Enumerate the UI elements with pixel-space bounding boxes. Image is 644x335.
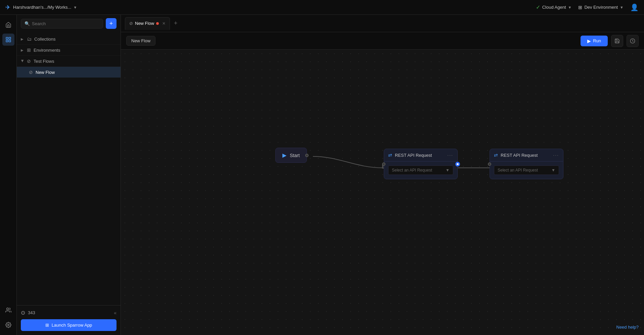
topbar-right: ✓ Cloud Agent ▼ ⊞ Dev Environment ▼ 👤 [536,3,639,11]
environments-label: Environments [34,48,60,53]
tab-add-button[interactable]: + [171,18,180,28]
api1-dropdown-icon: ▼ [446,168,450,173]
api-node-1[interactable]: ⇄ REST API Request ··· Select an API Req… [384,149,458,179]
run-play-icon: ▶ [587,38,591,44]
sidebar-item-environments[interactable]: ▶ ⊞ Environments [17,45,121,56]
env-stack-icon: ⊞ [578,5,582,10]
api2-input-connector[interactable] [488,162,491,166]
api1-output-connector[interactable] [455,162,460,166]
collections-label: Collections [34,37,56,42]
api1-input-connector[interactable] [382,162,385,166]
rail-settings-icon[interactable] [2,319,14,331]
api1-connector-dot [457,163,459,165]
agent-selector[interactable]: ✓ Cloud Agent ▼ [536,4,572,10]
environments-stack-icon: ⊞ [27,47,31,53]
search-input[interactable] [32,21,99,26]
api2-menu-button[interactable]: ··· [553,152,559,158]
main-layout: 🔍 + ▶ 🗂 Collections ▶ ⊞ Environments ▶ ⊘ [0,15,644,335]
rail-flows-icon[interactable] [2,34,14,46]
environments-chevron-icon: ▶ [21,48,24,52]
tab-close-button[interactable]: ✕ [162,21,166,26]
topbar: ✈ Harshvardhan's.../My Works... ▼ ✓ Clou… [0,0,644,15]
flow-name-text: New Flow [131,38,150,43]
env-selector[interactable]: ⊞ Dev Environment ▼ [578,5,624,10]
sidebar-bottom: ⊙ 343 « ⊞ Launch Sparrow App [17,305,121,335]
start-output-connector[interactable] [305,154,309,157]
svg-rect-2 [9,40,10,42]
svg-rect-0 [6,37,8,39]
tab-bar: ⊘ New Flow ✕ + [121,15,644,32]
icon-rail [0,15,17,335]
sidebar: 🔍 + ▶ 🗂 Collections ▶ ⊞ Environments ▶ ⊘ [17,15,121,335]
api1-body: Select an API Request ▼ [384,161,457,179]
api2-placeholder: Select an API Request [498,168,538,173]
save-icon-button[interactable] [611,35,623,47]
test-flows-chevron-icon: ▶ [21,59,25,63]
sidebar-search-area: 🔍 + [17,15,121,32]
svg-point-4 [6,308,8,310]
api2-title: REST API Request [501,153,538,158]
search-icon: 🔍 [25,21,30,26]
api1-title-row: ⇄ REST API Request [388,152,432,158]
workspace-name: Harshvardhan's.../My Works... [13,5,71,10]
github-row[interactable]: ⊙ 343 [21,309,35,316]
api2-header: ⇄ REST API Request ··· [490,149,563,161]
env-chevron-icon: ▼ [620,5,624,9]
sidebar-item-collections[interactable]: ▶ 🗂 Collections [17,34,121,45]
run-button[interactable]: ▶ Run [581,36,608,46]
api1-menu-button[interactable]: ··· [447,152,453,158]
topbar-left: ✈ Harshvardhan's.../My Works... ▼ [5,4,77,11]
sidebar-footer-row: ⊙ 343 « [21,309,117,316]
need-help-text: Need help? [616,325,639,330]
collections-chevron-icon: ▶ [21,37,24,41]
start-label: Start [290,153,300,158]
launch-label: Launch Sparrow App [52,323,92,328]
launch-icon: ⊞ [45,323,49,328]
profile-icon[interactable]: 👤 [630,3,639,11]
api2-title-row: ⇄ REST API Request [494,152,538,158]
github-count: 343 [28,310,35,315]
svg-rect-1 [9,37,10,39]
github-icon: ⊙ [21,309,25,316]
api1-header: ⇄ REST API Request ··· [384,149,457,161]
rail-home-icon[interactable] [2,19,14,31]
agent-chevron-icon: ▼ [568,5,572,9]
search-box[interactable]: 🔍 [21,19,103,29]
sidebar-item-test-flows[interactable]: ▶ ⊘ Test Flows [17,56,121,67]
tab-new-flow[interactable]: ⊘ New Flow ✕ [125,17,170,30]
flow-canvas[interactable]: ▶ Start ⇄ REST API Request ··· [121,50,644,335]
tab-label: New Flow [135,21,154,26]
start-play-icon: ▶ [282,152,286,158]
tab-flow-icon: ⊘ [129,21,133,26]
api1-placeholder: Select an API Request [392,168,432,173]
test-flows-icon: ⊘ [27,58,31,64]
agent-label: Cloud Agent [542,5,566,10]
launch-sparrow-button[interactable]: ⊞ Launch Sparrow App [21,319,117,331]
tab-unsaved-dot [156,22,159,25]
api1-title: REST API Request [395,153,432,158]
test-flows-label: Test Flows [34,59,54,64]
env-label: Dev Environment [584,5,618,10]
start-node[interactable]: ▶ Start [275,148,307,163]
sidebar-tree: ▶ 🗂 Collections ▶ ⊞ Environments ▶ ⊘ Tes… [17,32,121,305]
sidebar-item-new-flow[interactable]: ⊘ New Flow [17,67,121,78]
api1-select[interactable]: Select an API Request ▼ [388,165,453,175]
svg-point-5 [7,324,9,326]
svg-rect-3 [6,40,8,42]
api2-body: Select an API Request ▼ [490,161,563,179]
api-node-2[interactable]: ⇄ REST API Request ··· Select an API Req… [490,149,563,179]
workspace-selector[interactable]: Harshvardhan's.../My Works... ▼ [13,5,77,10]
add-button[interactable]: + [106,18,117,29]
need-help-link[interactable]: Need help? [616,325,639,330]
rail-team-icon[interactable] [2,304,14,316]
new-flow-label: New Flow [36,70,55,75]
history-icon-button[interactable] [627,35,639,47]
app-logo-icon: ✈ [5,4,10,11]
api2-icon: ⇄ [494,152,498,158]
collections-folder-icon: 🗂 [27,36,32,42]
api2-select[interactable]: Select an API Request ▼ [494,165,559,175]
collapse-sidebar-button[interactable]: « [114,310,117,316]
canvas-header: New Flow ▶ Run [121,32,644,50]
flow-name-button[interactable]: New Flow [126,36,155,46]
canvas-header-right: ▶ Run [581,35,639,47]
